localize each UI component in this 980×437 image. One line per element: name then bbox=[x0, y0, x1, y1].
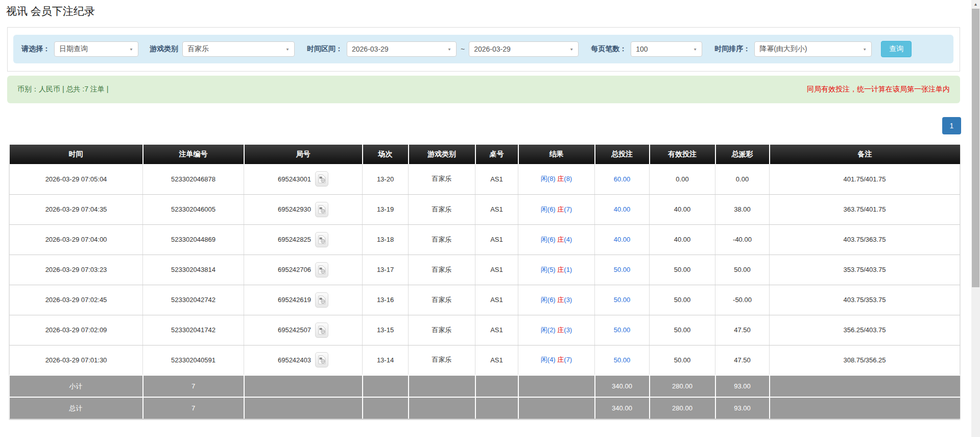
time-sort-select[interactable]: 降幂(由大到小) ▼ bbox=[754, 41, 872, 57]
cell-total-bet[interactable]: 50.00 bbox=[595, 345, 650, 375]
result-banker-count: (7) bbox=[564, 205, 572, 213]
cell-payout: 0.00 bbox=[715, 164, 770, 194]
cell-remark: 356.25/403.75 bbox=[770, 315, 960, 345]
query-type-select[interactable]: 日期查询 ▼ bbox=[54, 41, 138, 57]
cell-table-no: AS1 bbox=[475, 285, 518, 315]
cell-table-no: AS1 bbox=[475, 315, 518, 345]
total-row-cell-5 bbox=[475, 397, 518, 419]
total-bet-link[interactable]: 50.00 bbox=[614, 296, 631, 304]
cell-table-no: AS1 bbox=[475, 224, 518, 255]
video-file-icon[interactable] bbox=[315, 292, 328, 308]
cell-bet-id: 523302040591 bbox=[143, 345, 244, 375]
search-button[interactable]: 查询 bbox=[881, 41, 912, 57]
cell-bet-id: 523302044869 bbox=[143, 224, 244, 255]
chevron-down-icon[interactable]: ▼ bbox=[281, 47, 294, 51]
subtotal-row-cell-10 bbox=[770, 375, 960, 397]
video-file-icon[interactable] bbox=[315, 352, 328, 367]
table-row: 2026-03-29 07:03:23523302043814695242706… bbox=[10, 255, 960, 285]
total-row-cell-7: 340.00 bbox=[595, 397, 650, 419]
result-banker-count: (1) bbox=[564, 266, 572, 273]
chevron-down-icon[interactable]: ▼ bbox=[565, 47, 578, 51]
scrollbar-thumb[interactable] bbox=[972, 9, 979, 287]
cell-game-type: 百家乐 bbox=[409, 164, 475, 194]
date-to-select[interactable]: 2026-03-29 ▼ bbox=[469, 41, 579, 57]
cell-remark: 403.75/353.75 bbox=[770, 285, 960, 315]
cell-total-bet[interactable]: 40.00 bbox=[595, 194, 650, 224]
total-bet-link[interactable]: 50.00 bbox=[614, 356, 631, 364]
total-bet-link[interactable]: 40.00 bbox=[614, 236, 631, 243]
cell-round: 695242930 bbox=[244, 194, 363, 224]
chevron-up-icon[interactable]: ▲ bbox=[971, 0, 980, 9]
column-header: 总投注 bbox=[595, 145, 650, 164]
video-file-icon[interactable] bbox=[315, 323, 328, 338]
vertical-scrollbar[interactable]: ▲ bbox=[971, 0, 980, 437]
cell-payout: 50.00 bbox=[715, 255, 770, 285]
total-bet-link[interactable]: 50.00 bbox=[614, 326, 631, 334]
cell-result: 闲(2) 庄(3) bbox=[518, 315, 595, 345]
chevron-down-icon[interactable]: ▼ bbox=[858, 47, 871, 51]
table-row: 2026-03-29 07:04:00523302044869695242825… bbox=[10, 224, 960, 255]
video-file-icon[interactable] bbox=[315, 202, 328, 217]
cell-valid-bet: 50.00 bbox=[650, 345, 715, 375]
total-bet-link[interactable]: 60.00 bbox=[614, 175, 631, 183]
cell-result: 闲(4) 庄(7) bbox=[518, 345, 595, 375]
page-title: 视讯 会员下注纪录 bbox=[6, 4, 95, 18]
video-file-icon[interactable] bbox=[315, 262, 328, 278]
total-bet-link[interactable]: 40.00 bbox=[614, 205, 631, 213]
cell-bet-id: 523302041742 bbox=[143, 315, 244, 345]
cell-total-bet[interactable]: 50.00 bbox=[595, 285, 650, 315]
cell-result: 闲(8) 庄(8) bbox=[518, 164, 595, 194]
cell-time: 2026-03-29 07:05:04 bbox=[10, 164, 143, 194]
cell-game-type: 百家乐 bbox=[409, 224, 475, 255]
cell-total-bet[interactable]: 60.00 bbox=[595, 164, 650, 194]
column-header: 总派彩 bbox=[715, 145, 770, 164]
cell-table-no: AS1 bbox=[475, 345, 518, 375]
cell-time: 2026-03-29 07:02:09 bbox=[10, 315, 143, 345]
cell-payout: 47.50 bbox=[715, 345, 770, 375]
total-row-cell-2 bbox=[244, 397, 363, 419]
table-header-row: 时间注单编号局号场次游戏类别桌号结果总投注有效投注总派彩备注 bbox=[10, 145, 960, 164]
game-type-select[interactable]: 百家乐 ▼ bbox=[182, 41, 295, 57]
table-row: 2026-03-29 07:05:04523302046878695243001… bbox=[10, 164, 960, 194]
total-row-cell-10 bbox=[770, 397, 960, 419]
subtotal-row-cell-2 bbox=[244, 375, 363, 397]
cell-bet-id: 523302043814 bbox=[143, 255, 244, 285]
round-number: 695242507 bbox=[278, 326, 311, 334]
round-number: 695242825 bbox=[278, 236, 311, 243]
column-header: 时间 bbox=[10, 145, 143, 164]
pagination-page-1[interactable]: 1 bbox=[942, 117, 961, 134]
cell-game-type: 百家乐 bbox=[409, 255, 475, 285]
subtotal-row-cell-9: 93.00 bbox=[715, 375, 770, 397]
table-row: 2026-03-29 07:02:45523302042742695242619… bbox=[10, 285, 960, 315]
cell-session: 13-18 bbox=[363, 224, 409, 255]
column-header: 桌号 bbox=[475, 145, 518, 164]
cell-time: 2026-03-29 07:03:23 bbox=[10, 255, 143, 285]
cell-valid-bet: 0.00 bbox=[650, 164, 715, 194]
cell-table-no: AS1 bbox=[475, 255, 518, 285]
cell-game-type: 百家乐 bbox=[409, 315, 475, 345]
column-header: 注单编号 bbox=[143, 145, 244, 164]
result-player: 闲(6) bbox=[541, 296, 558, 304]
per-page-select[interactable]: 100 ▼ bbox=[631, 41, 702, 57]
result-banker: 庄 bbox=[557, 205, 564, 213]
chevron-down-icon[interactable]: ▼ bbox=[688, 47, 702, 51]
video-file-icon[interactable] bbox=[315, 232, 328, 247]
round-number: 695242619 bbox=[278, 296, 311, 304]
chevron-down-icon[interactable]: ▼ bbox=[443, 47, 456, 51]
cell-total-bet[interactable]: 50.00 bbox=[595, 255, 650, 285]
column-header: 场次 bbox=[363, 145, 409, 164]
cell-total-bet[interactable]: 40.00 bbox=[595, 224, 650, 255]
table-body: 2026-03-29 07:05:04523302046878695243001… bbox=[10, 164, 960, 375]
date-from-select[interactable]: 2026-03-29 ▼ bbox=[347, 41, 457, 57]
cell-table-no: AS1 bbox=[475, 194, 518, 224]
cell-result: 闲(6) 庄(3) bbox=[518, 285, 595, 315]
query-type-label: 请选择： bbox=[21, 44, 50, 54]
total-bet-link[interactable]: 50.00 bbox=[614, 266, 631, 273]
table-footer: 小计7340.00280.0093.00总计7340.00280.0093.00 bbox=[10, 375, 960, 419]
cell-total-bet[interactable]: 50.00 bbox=[595, 315, 650, 345]
chevron-down-icon[interactable]: ▼ bbox=[125, 47, 138, 51]
cell-session: 13-15 bbox=[363, 315, 409, 345]
video-file-icon[interactable] bbox=[315, 171, 328, 187]
time-range-label: 时间区间： bbox=[307, 44, 343, 54]
cell-payout: -40.00 bbox=[715, 224, 770, 255]
